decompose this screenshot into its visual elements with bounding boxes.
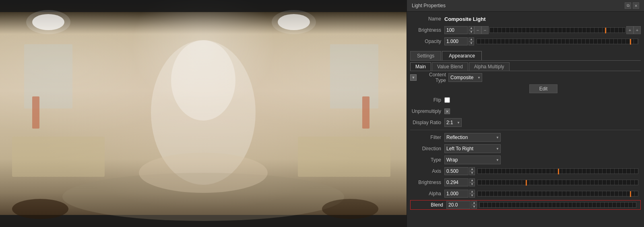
axis-input-group: ▲ ▼ [444,167,475,175]
brightness-filter-up[interactable]: ▲ [469,178,475,182]
brightness-minus2-btn[interactable]: − [481,26,489,34]
brightness-plus2-btn[interactable]: + [634,26,641,34]
name-row: Name Composite Light [410,14,641,24]
axis-up[interactable]: ▲ [469,167,475,171]
brightness-filter-spinner: ▲ ▼ [469,178,475,186]
axis-label: Axis [410,168,444,174]
brightness-filter-input-group: ▲ ▼ [444,178,475,186]
alpha-slider[interactable] [477,191,638,196]
brightness-filter-slider[interactable] [477,180,638,185]
flip-checkbox[interactable] [444,97,450,103]
axis-slider[interactable] [477,168,638,174]
blend-up[interactable]: ▲ [471,201,477,205]
type-row: Type Wrap Clamp Mirror [410,155,641,165]
content-type-label: Content Type [418,72,448,83]
name-value: Composite Light [444,16,486,22]
bathroom-render [0,0,407,227]
main-tabs: Settings Appearance [407,49,644,60]
blend-label: Blend [412,202,446,208]
brightness-header-label: Brightness [410,27,444,33]
direction-label: Direction [410,146,444,151]
restore-button[interactable]: ⧉ [625,2,631,9]
alpha-input-group: ▲ ▼ [444,190,475,198]
axis-row: Axis ▲ ▼ [410,166,641,176]
flip-label: Flip [410,97,444,103]
direction-dropdown-wrapper: Left To Right Right To Left Top To Botto… [444,144,501,153]
image-panel [0,0,407,227]
opacity-input[interactable] [444,37,468,45]
filter-row: Filter Reflection None Blur [410,133,641,142]
properties-panel: Light Properties ⧉ ✕ Name Composite Ligh… [407,0,644,227]
blend-input[interactable] [446,201,471,209]
section-divider-1 [410,130,641,130]
display-ratio-select[interactable]: 2:1 1:1 4:3 [444,118,462,127]
unpremultiply-row: Unpremultiply ✕ [410,106,641,116]
filter-select[interactable]: Reflection None Blur [444,133,501,142]
opacity-label: Opacity [410,39,444,44]
blend-row: Blend ▲ ▼ [410,200,641,210]
blend-down[interactable]: ▼ [471,205,477,209]
opacity-slider[interactable] [477,39,638,44]
opacity-row: Opacity ▲ ▼ [410,37,641,46]
props-body: ▼ Content Type Composite Single Edit Fli… [407,71,644,213]
brightness-slider-thumb [605,28,606,33]
brightness-down[interactable]: ▼ [469,30,474,34]
brightness-input[interactable] [444,26,468,34]
axis-spinner: ▲ ▼ [469,167,475,175]
alpha-input[interactable] [444,190,469,198]
display-ratio-dropdown-wrapper: 2:1 1:1 4:3 [444,118,462,127]
content-type-icon: ▼ [410,74,417,81]
direction-select[interactable]: Left To Right Right To Left Top To Botto… [444,144,501,153]
brightness-filter-thumb [526,180,527,186]
blend-slider[interactable] [479,202,636,208]
sub-tabs: Main Value Blend Alpha Multiply [407,61,644,71]
brightness-plus-btn[interactable]: + [626,26,634,34]
direction-row: Direction Left To Right Right To Left To… [410,144,641,153]
opacity-down[interactable]: ▼ [469,41,474,45]
alpha-row: Alpha ▲ ▼ [410,189,641,198]
opacity-slider-thumb [630,39,631,45]
type-select[interactable]: Wrap Clamp Mirror [444,155,501,164]
brightness-up[interactable]: ▲ [469,26,474,30]
axis-down[interactable]: ▼ [469,171,475,175]
flip-row: Flip [410,95,641,105]
brightness-slider[interactable] [489,27,625,33]
panel-title: Light Properties [412,3,446,8]
brightness-filter-input[interactable] [444,178,469,186]
type-label: Type [410,157,444,163]
edit-button[interactable]: Edit [529,84,558,93]
alpha-slider-thumb [630,191,631,197]
tab-settings[interactable]: Settings [410,51,441,60]
panorama-image [0,0,407,227]
opacity-spinner: ▲ ▼ [469,37,474,45]
alpha-down[interactable]: ▼ [469,194,475,198]
blend-spinner: ▲ ▼ [471,201,477,209]
header-section: Name Composite Light Brightness ▲ ▼ − − … [407,12,644,49]
content-type-row: ▼ Content Type Composite Single [410,73,641,82]
sub-tab-main[interactable]: Main [410,62,431,71]
unpremultiply-check[interactable]: ✕ [444,108,450,114]
opacity-input-group: ▲ ▼ [444,37,474,45]
display-ratio-row: Display Ratio 2:1 1:1 4:3 [410,118,641,127]
name-label: Name [410,16,444,22]
brightness-filter-row: Brightness ▲ ▼ [410,178,641,187]
content-type-select[interactable]: Composite Single [448,73,482,82]
sub-tab-alpha-multiply[interactable]: Alpha Multiply [469,62,510,71]
tab-appearance[interactable]: Appearance [442,51,482,60]
brightness-filter-down[interactable]: ▼ [469,182,475,186]
alpha-spinner: ▲ ▼ [469,190,475,198]
sub-tab-value-blend[interactable]: Value Blend [432,62,468,71]
close-button[interactable]: ✕ [633,2,639,9]
blend-input-group: ▲ ▼ [446,201,477,209]
axis-slider-thumb [558,169,559,174]
filter-dropdown-wrapper: Reflection None Blur [444,133,501,142]
brightness-spinner: ▲ ▼ [469,26,474,34]
brightness-minus-btn[interactable]: − [474,26,481,34]
brightness-header-row: Brightness ▲ ▼ − − + + [410,25,641,35]
filter-label: Filter [410,135,444,140]
alpha-up[interactable]: ▲ [469,190,475,194]
type-dropdown-wrapper: Wrap Clamp Mirror [444,155,501,164]
brightness-input-group: ▲ ▼ [444,26,474,34]
axis-input[interactable] [444,167,469,175]
opacity-up[interactable]: ▲ [469,37,474,41]
